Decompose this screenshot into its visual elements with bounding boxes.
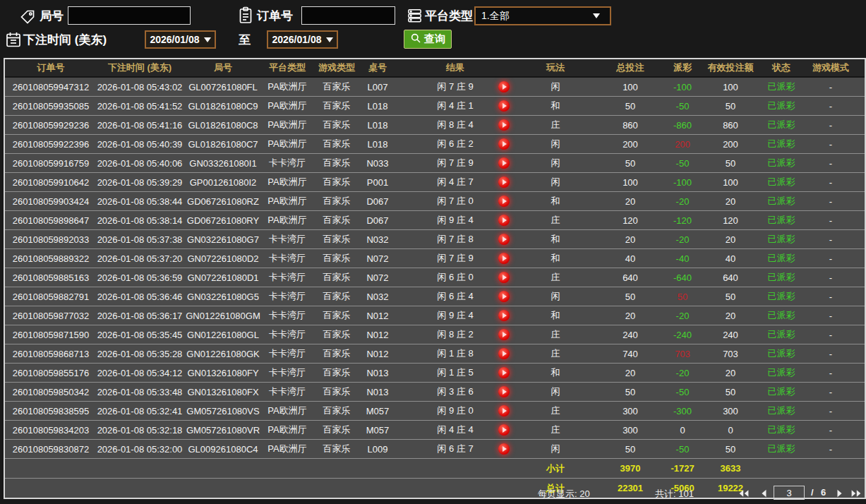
cell-time: 2026-01-08 05:34:12 [97,364,183,382]
replay-play-button[interactable] [498,367,510,378]
cell-valid_bet: 120 [698,211,763,229]
cell-spacer [393,192,420,210]
cell-status: 已派彩 [763,306,800,325]
cell-result: 闲 6 庄 4 [420,287,491,306]
cell-time: 2026-01-08 05:33:48 [97,383,183,401]
cell-platform: PA欧洲厅 [263,421,311,439]
cell-platform: PA欧洲厅 [263,440,311,458]
cell-game_mode: - [800,306,862,325]
cell-payout: -640 [667,268,698,287]
table-row: 2601080599223962026-01-08 05:40:39GL0182… [5,135,865,154]
bet-records-page: 局号 订单号 平台类型 1.全部 下注时间 (美东) 2026/01/08 至 [0,0,866,504]
query-button[interactable]: 查询 [404,30,452,49]
cell-spacer [393,421,420,439]
platform-type-select[interactable]: 1.全部 [474,6,611,25]
page-size-label: 每页显示: 20 [538,488,590,500]
replay-play-button[interactable] [498,234,510,245]
header-platform: 平台类型 [263,59,311,76]
cell-total_bet: 20 [594,364,667,382]
date-to-picker[interactable]: 2026/01/08 [267,30,338,49]
date-from-picker[interactable]: 2026/01/08 [145,30,216,49]
cell-payout: -50 [667,154,698,172]
replay-play-button[interactable] [498,424,510,436]
replay-play-button[interactable] [498,386,510,397]
cell-table_no: N072 [362,249,393,268]
cell-result: 闲 8 庄 2 [420,325,491,344]
cell-play [491,192,517,210]
cell-valid_bet: 240 [698,325,763,344]
replay-play-button[interactable] [498,215,510,226]
cell-play [491,116,517,134]
cell-status: 已派彩 [763,344,800,363]
cell-game_type: 百家乐 [311,268,362,287]
table-row: 2601080598986472026-01-08 05:38:14GD0672… [5,211,865,230]
cell-status: 已派彩 [763,211,800,229]
cell-payout: 0 [667,421,698,439]
cell-status: 已派彩 [763,78,800,96]
prev-page-button[interactable] [757,486,771,500]
table-row: 2601080599167592026-01-08 05:40:06GN0332… [5,154,865,173]
cell-game_type: 百家乐 [311,154,362,172]
cell-game_mode: - [800,287,862,306]
replay-play-button[interactable] [498,119,510,131]
cell-play_type: 闲 [517,78,594,96]
header-game_mode: 游戏模式 [800,59,862,76]
cell-status: 已派彩 [763,440,800,458]
cell-order: 260108059850342 [5,383,97,401]
replay-play-button[interactable] [498,157,510,169]
last-page-button[interactable] [849,486,863,500]
cell-valid_bet: 50 [698,154,763,172]
replay-play-button[interactable] [498,196,510,207]
replay-play-button[interactable] [498,272,510,283]
cell-payout: 703 [667,344,698,363]
cell-play [491,249,517,268]
replay-play-button[interactable] [498,310,510,321]
table-row: 2601080598503422026-01-08 05:33:48GN0132… [5,383,865,402]
cell-play [491,344,517,363]
replay-play-button[interactable] [498,329,510,340]
cell-play_type: 闲 [517,440,594,458]
order-no-input[interactable] [301,6,395,25]
replay-play-button[interactable] [498,176,510,188]
table-row: 2601080598827912026-01-08 05:36:46GN0322… [5,287,865,306]
cell-platform: 卡卡湾厅 [263,249,311,268]
subtotal-row-game_mode [800,459,862,478]
header-result: 结果 [420,59,491,76]
cell-total_bet: 100 [594,173,667,191]
cell-total_bet: 860 [594,116,667,134]
cell-table_no: L018 [362,116,393,134]
cell-status: 已派彩 [763,325,800,344]
cell-game_type: 百家乐 [311,421,362,439]
replay-play-button[interactable] [498,443,510,455]
total-row-table_no [362,479,393,498]
table-row: 2601080598715902026-01-08 05:35:45GN0122… [5,325,865,344]
cell-total_bet: 300 [594,402,667,420]
replay-play-button[interactable] [498,291,510,302]
cell-valid_bet: 20 [698,306,763,325]
round-no-input[interactable] [68,6,191,25]
subtotal-row-spacer [393,459,420,478]
replay-play-button[interactable] [498,405,510,416]
next-page-button[interactable] [833,486,847,500]
cell-payout: -20 [667,230,698,248]
cell-valid_bet: 50 [698,383,763,401]
replay-play-button[interactable] [498,81,510,92]
replay-play-button[interactable] [498,100,510,112]
cell-time: 2026-01-08 05:40:06 [97,154,183,172]
cell-result: 闲 7 庄 8 [420,230,491,248]
cell-payout: -40 [667,249,698,268]
cell-time: 2026-01-08 05:37:38 [97,230,183,248]
total-row: 总计22301-506019222 [5,479,865,498]
cell-status: 已派彩 [763,268,800,287]
cell-platform: 卡卡湾厅 [263,325,311,344]
replay-play-button[interactable] [498,348,510,359]
table-row: 2601080598920332026-01-08 05:37:38GN0322… [5,230,865,249]
replay-play-button[interactable] [498,138,510,150]
first-page-button[interactable] [737,486,751,500]
cell-result: 闲 4 庄 7 [420,173,491,191]
cell-platform: 卡卡湾厅 [263,383,311,401]
replay-play-button[interactable] [498,253,510,264]
cell-play_type: 闲 [517,383,594,401]
page-number-input[interactable] [774,486,805,500]
cell-table_no: N032 [362,230,393,248]
